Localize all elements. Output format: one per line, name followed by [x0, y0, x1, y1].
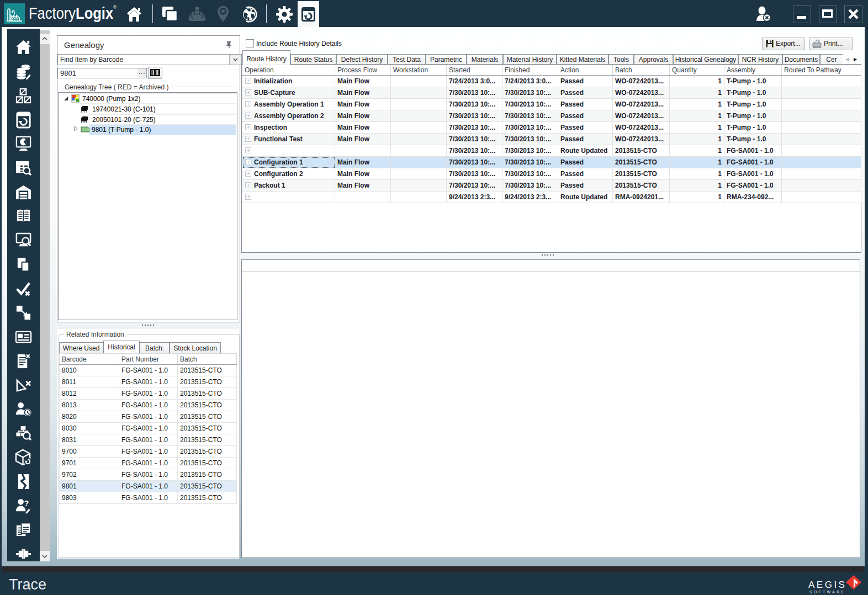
svg-text:?: ? [24, 499, 29, 508]
